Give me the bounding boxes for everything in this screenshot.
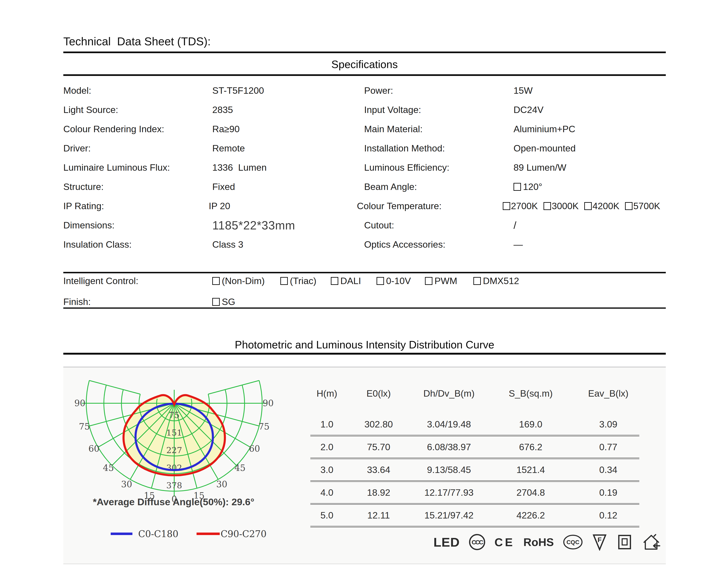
angle-label: 90	[74, 398, 85, 408]
dali-checkbox[interactable]	[331, 277, 338, 285]
table-cell: 1.0	[311, 414, 343, 435]
angle-label: 30	[216, 479, 227, 489]
control-option-pwm: PWM	[425, 275, 457, 287]
column-header: Eav_B(lx)	[577, 386, 639, 401]
spec-row-driver: Driver: Remote Installation Method: Open…	[63, 139, 666, 158]
colour-temp-label: 4200K	[593, 201, 619, 211]
colour-temp-checkbox-4200k[interactable]	[584, 202, 592, 210]
table-cell: 15.21/97.42	[414, 505, 484, 526]
spec-label: Cutout:	[364, 220, 514, 231]
f-mark-label: F	[598, 536, 602, 544]
table-header-row: H(m) E0(lx) Dh/Dv_B(m) S_B(sq.m) Eav_B(l…	[311, 386, 639, 401]
photometric-heading: Photometric and Luminous Intensity Distr…	[63, 338, 666, 351]
beam-angle-value: 120°	[523, 182, 542, 192]
triac-checkbox[interactable]	[280, 277, 288, 285]
spec-value: Fixed	[212, 182, 364, 192]
ring-label: 75	[169, 410, 179, 420]
spec-label: Light Source:	[63, 104, 212, 115]
divider	[63, 74, 666, 76]
spec-label: Beam Angle:	[364, 182, 514, 192]
control-option-label: DALI	[340, 276, 361, 286]
spec-value: ST-T5F1200	[212, 85, 364, 96]
specifications-heading: Specifications	[63, 58, 666, 70]
spec-row-ip: IP Rating: IP 20 Colour Temperature: 270…	[63, 196, 666, 215]
colour-temperature-options: 2700K 3000K 4200K 5700K	[503, 201, 666, 211]
colour-temp-checkbox-2700k[interactable]	[503, 202, 510, 210]
ring-label: 151	[166, 428, 182, 437]
beam-angle-checkbox[interactable]	[514, 183, 521, 191]
spec-value: 15W	[514, 85, 666, 96]
sg-checkbox[interactable]	[212, 298, 220, 306]
spec-value: Aluminium+PC	[514, 124, 666, 134]
finish-option-sg: SG	[212, 296, 235, 308]
spec-value: Ra≥90	[212, 124, 364, 134]
ring-label: 302	[166, 463, 182, 472]
led-mark: LED	[433, 535, 460, 549]
f-mark-icon: F	[592, 533, 607, 551]
legend-label-c0-c180: C0-C180	[138, 529, 178, 539]
table-cell: 5.0	[311, 505, 343, 526]
table-cell: 4.0	[311, 482, 343, 503]
certification-marks: LED CCC CE RoHS CQC F	[433, 533, 660, 551]
spec-label: Optics Accessories:	[364, 239, 514, 250]
table-cell: 12.17/77.93	[414, 482, 484, 503]
photometric-table: H(m) E0(lx) Dh/Dv_B(m) S_B(sq.m) Eav_B(l…	[311, 386, 639, 527]
table-cell: 2704.8	[484, 482, 577, 503]
spec-value: 89 Lumen/W	[514, 162, 666, 173]
table-cell: 9.13/58.45	[414, 459, 484, 480]
non-dim-checkbox[interactable]	[212, 277, 220, 285]
divider	[63, 272, 666, 273]
spec-label: Luminaire Luminous Flux:	[63, 162, 212, 173]
control-option-label: 0-10V	[386, 276, 411, 286]
colour-temp-label: 3000K	[552, 201, 579, 211]
pwm-checkbox[interactable]	[425, 277, 432, 285]
spec-row-cri: Colour Rendering Index: Ra≥90 Main Mater…	[63, 119, 666, 139]
table-row: 5.0 12.11 15.21/97.42 4226.2 0.12	[311, 505, 639, 527]
ccc-label: CCC	[472, 539, 483, 546]
ccc-icon: CCC	[468, 533, 486, 551]
colour-temp-checkbox-5700k[interactable]	[625, 202, 633, 210]
table-cell: 0.34	[577, 459, 639, 480]
table-cell: 2.0	[311, 436, 343, 458]
table-cell: 0.19	[577, 482, 639, 503]
column-header: Dh/Dv_B(m)	[414, 386, 484, 401]
table-row: 1.0 302.80 3.04/19.48 169.0 3.09	[311, 414, 639, 436]
polar-grid	[82, 380, 266, 497]
spec-value: Open-mounted	[514, 143, 666, 154]
table-cell: 18.92	[343, 482, 414, 503]
spec-row-model: Model: ST-T5F1200 Power: 15W	[63, 81, 666, 100]
control-option-non-dim: (Non-Dim)	[212, 275, 265, 287]
colour-temp-checkbox-3000k[interactable]	[543, 202, 551, 210]
spec-row-insulation: Insulation Class: Class 3 Optics Accesso…	[63, 235, 666, 254]
control-option-dmx512: DMX512	[473, 275, 519, 287]
ring-label: 378	[166, 481, 182, 490]
spec-value: 1336 Lumen	[212, 162, 364, 173]
angle-label: 75	[258, 421, 270, 432]
divider	[63, 353, 666, 355]
intelligent-control-label: Intelligent Control:	[63, 275, 138, 287]
table-row: 3.0 33.64 9.13/58.45 1521.4 0.34	[311, 459, 639, 482]
table-cell: 676.2	[484, 436, 577, 458]
spec-label: Model:	[63, 85, 212, 96]
column-header: S_B(sq.m)	[484, 386, 577, 401]
control-option-dali: DALI	[331, 275, 361, 287]
spec-value-dimensions: 1185*22*33mm	[212, 218, 364, 232]
colour-temp-option: 4200K	[584, 201, 619, 211]
table-cell: 0.12	[577, 505, 639, 526]
control-option-label: PWM	[434, 276, 457, 286]
colour-temp-option: 2700K	[503, 201, 538, 211]
table-cell: 3.09	[577, 414, 639, 435]
dmx512-checkbox[interactable]	[473, 277, 481, 285]
spec-label: Luminous Efficiency:	[364, 162, 514, 173]
zero-ten-v-checkbox[interactable]	[377, 277, 384, 285]
spec-value: DC24V	[514, 104, 666, 115]
table-row: 2.0 75.70 6.08/38.97 676.2 0.77	[311, 436, 639, 459]
table-cell: 4226.2	[484, 505, 577, 526]
control-option-0-10v: 0-10V	[377, 275, 411, 287]
angle-label: 60	[88, 444, 99, 454]
column-header: H(m)	[311, 386, 343, 401]
finish-option-label: SG	[222, 296, 235, 307]
angle-label: 60	[249, 444, 260, 454]
spec-label: Colour Temperature:	[357, 201, 503, 211]
colour-temp-option: 5700K	[625, 201, 660, 211]
